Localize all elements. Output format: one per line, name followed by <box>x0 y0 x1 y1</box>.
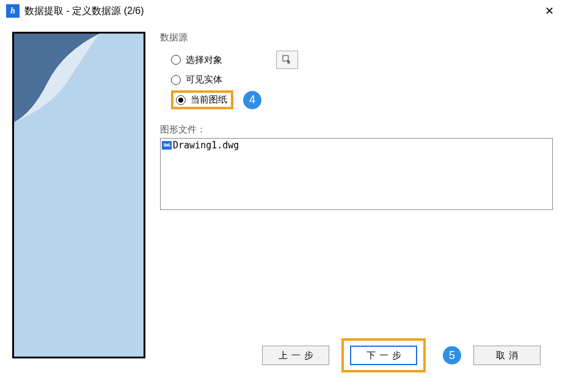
radio-current-drawing[interactable] <box>176 95 186 105</box>
titlebar: h 数据提取 - 定义数据源 (2/6) ✕ <box>0 0 565 22</box>
radio-select-objects-label: 选择对象 <box>186 54 222 66</box>
list-item[interactable]: DWG Drawing1.dwg <box>162 140 551 151</box>
radio-visible-entities[interactable] <box>171 75 181 85</box>
file-name: Drawing1.dwg <box>173 140 239 151</box>
window-title: 数据提取 - 定义数据源 (2/6) <box>24 5 144 18</box>
dwg-icon: DWG <box>162 141 172 150</box>
app-icon: h <box>6 4 20 18</box>
file-list[interactable]: DWG Drawing1.dwg <box>160 138 553 210</box>
select-objects-button[interactable] <box>276 51 298 69</box>
callout-5: 5 <box>443 346 461 365</box>
data-source-label: 数据源 <box>160 32 553 43</box>
highlight-current-drawing: 当前图纸 <box>171 90 233 109</box>
callout-4: 4 <box>243 91 261 109</box>
page-preview-image <box>14 34 145 358</box>
radio-visible-entities-label: 可见实体 <box>186 74 222 85</box>
prev-button[interactable]: 上一步 <box>262 346 329 365</box>
drawing-files-label: 图形文件： <box>160 124 553 136</box>
cancel-button[interactable]: 取消 <box>473 346 541 365</box>
highlight-next: 下一步 <box>341 338 426 372</box>
close-icon[interactable]: ✕ <box>540 2 559 20</box>
pick-icon <box>282 55 292 65</box>
radio-select-objects[interactable] <box>171 55 181 65</box>
preview-panel <box>12 32 145 358</box>
radio-current-drawing-label: 当前图纸 <box>191 94 227 106</box>
next-button[interactable]: 下一步 <box>350 346 417 365</box>
